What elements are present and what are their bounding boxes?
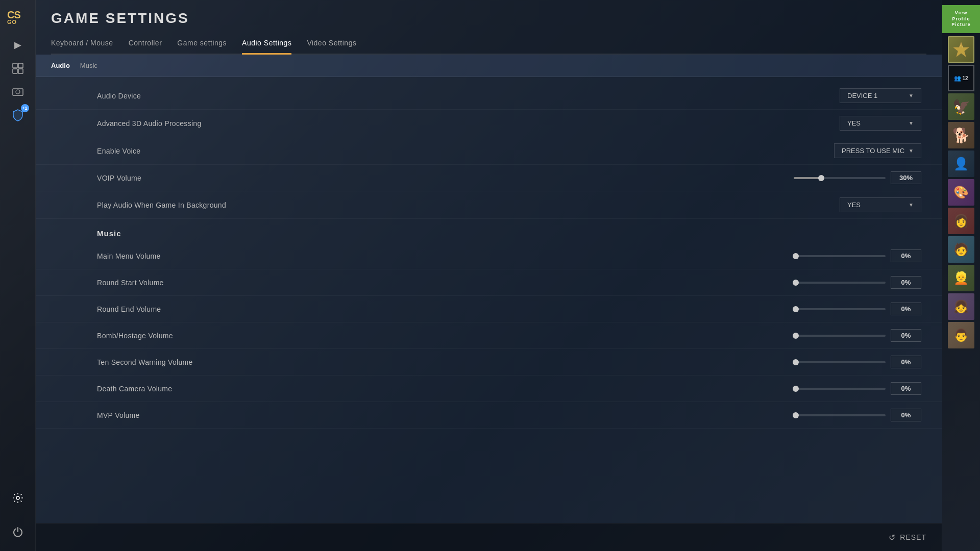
chevron-down-icon-2: ▼ bbox=[909, 120, 914, 126]
svg-rect-5 bbox=[18, 69, 23, 73]
ten-second-volume-value: 0% bbox=[891, 356, 921, 368]
audio-device-dropdown[interactable]: DEVICE 1 ▼ bbox=[840, 88, 921, 103]
chevron-down-icon-3: ▼ bbox=[909, 148, 914, 154]
profile-picture-button[interactable]: ViewProfilePicture bbox=[942, 5, 981, 33]
round-end-slider-container bbox=[794, 308, 886, 310]
tab-game[interactable]: Game settings bbox=[177, 35, 227, 55]
advanced-3d-value: YES bbox=[847, 119, 861, 127]
right-sidebar: ViewProfilePicture 👥 12 🦅 🐕 👤 🎨 👩 🧑 👱 bbox=[942, 0, 980, 551]
friend-avatar-8[interactable]: 👧 bbox=[948, 293, 974, 320]
power-icon[interactable] bbox=[9, 522, 27, 541]
friend-avatar-6[interactable]: 🧑 bbox=[948, 236, 974, 263]
mvp-volume-label: MVP Volume bbox=[97, 411, 758, 419]
friends-count[interactable]: 👥 12 bbox=[948, 65, 974, 91]
death-camera-slider-track[interactable] bbox=[794, 388, 886, 390]
header: GAME SETTINGS Keyboard / Mouse Controlle… bbox=[36, 0, 942, 55]
watch-icon[interactable] bbox=[9, 83, 27, 101]
reset-icon: ↺ bbox=[889, 533, 896, 542]
mvp-volume-row: MVP Volume 0% bbox=[36, 402, 942, 429]
shield-icon[interactable]: +1 bbox=[9, 106, 27, 124]
friend-avatar-7[interactable]: 👱 bbox=[948, 265, 974, 291]
profile-label: ViewProfilePicture bbox=[951, 10, 971, 28]
advanced-3d-label: Advanced 3D Audio Processing bbox=[97, 119, 758, 128]
subtab-music[interactable]: Music bbox=[80, 60, 97, 71]
bomb-hostage-volume-control: 0% bbox=[758, 329, 921, 342]
round-end-volume-value: 0% bbox=[891, 303, 921, 315]
round-start-slider-track[interactable] bbox=[794, 282, 886, 284]
ten-second-slider-track[interactable] bbox=[794, 361, 886, 363]
audio-device-label: Audio Device bbox=[97, 92, 758, 100]
main-content: GAME SETTINGS Keyboard / Mouse Controlle… bbox=[36, 0, 942, 551]
mvp-slider-container bbox=[794, 414, 886, 416]
death-camera-volume-label: Death Camera Volume bbox=[97, 385, 758, 393]
enable-voice-row: Enable Voice PRESS TO USE MIC ▼ bbox=[36, 137, 942, 165]
friend-avatar-9[interactable]: 👨 bbox=[948, 322, 974, 348]
enable-voice-dropdown[interactable]: PRESS TO USE MIC ▼ bbox=[834, 143, 921, 158]
subtab-audio[interactable]: Audio bbox=[51, 60, 70, 71]
death-camera-volume-control: 0% bbox=[758, 382, 921, 395]
tab-video[interactable]: Video Settings bbox=[307, 35, 356, 55]
round-end-volume-label: Round End Volume bbox=[97, 305, 758, 313]
death-camera-volume-value: 0% bbox=[891, 382, 921, 395]
inventory-icon[interactable] bbox=[9, 59, 27, 78]
play-background-row: Play Audio When Game In Background YES ▼ bbox=[36, 191, 942, 219]
round-end-slider-thumb bbox=[793, 306, 799, 312]
round-start-volume-value: 0% bbox=[891, 276, 921, 289]
round-start-slider-container bbox=[794, 282, 886, 284]
tab-keyboard[interactable]: Keyboard / Mouse bbox=[51, 35, 113, 55]
main-menu-slider-track[interactable] bbox=[794, 255, 886, 257]
settings-icon[interactable] bbox=[9, 489, 27, 507]
mvp-slider-track[interactable] bbox=[794, 414, 886, 416]
friend-avatar-3[interactable]: 👤 bbox=[948, 151, 974, 177]
advanced-3d-dropdown[interactable]: YES ▼ bbox=[840, 116, 921, 131]
reset-button[interactable]: ↺ RESET bbox=[889, 533, 926, 542]
medal-avatar[interactable] bbox=[948, 36, 974, 63]
play-background-control: YES ▼ bbox=[758, 197, 921, 212]
page-title: GAME SETTINGS bbox=[51, 10, 926, 27]
audio-device-control: DEVICE 1 ▼ bbox=[758, 88, 921, 103]
voip-slider-container bbox=[794, 177, 886, 179]
voip-slider-track[interactable] bbox=[794, 177, 886, 179]
round-end-slider-track[interactable] bbox=[794, 308, 886, 310]
mvp-volume-control: 0% bbox=[758, 409, 921, 421]
bomb-hostage-slider-container bbox=[794, 335, 886, 337]
sub-tabs: Audio Music bbox=[36, 55, 942, 77]
svg-rect-2 bbox=[13, 63, 17, 68]
advanced-3d-row: Advanced 3D Audio Processing YES ▼ bbox=[36, 110, 942, 137]
main-menu-volume-value: 0% bbox=[891, 249, 921, 262]
play-background-dropdown[interactable]: YES ▼ bbox=[840, 197, 921, 212]
svg-point-8 bbox=[16, 496, 19, 499]
chevron-down-icon: ▼ bbox=[909, 93, 914, 98]
music-section-header: Music bbox=[36, 219, 942, 243]
bomb-hostage-volume-label: Bomb/Hostage Volume bbox=[97, 332, 758, 340]
play-background-value: YES bbox=[847, 201, 861, 209]
ten-second-slider-container bbox=[794, 361, 886, 363]
nav-tabs: Keyboard / Mouse Controller Game setting… bbox=[51, 35, 926, 55]
bomb-hostage-volume-row: Bomb/Hostage Volume 0% bbox=[36, 322, 942, 349]
friend-avatar-5[interactable]: 👩 bbox=[948, 208, 974, 234]
left-sidebar: CS GO ▶ +1 bbox=[0, 0, 36, 551]
enable-voice-control: PRESS TO USE MIC ▼ bbox=[758, 143, 921, 158]
friend-avatar-4[interactable]: 🎨 bbox=[948, 179, 974, 206]
ten-second-volume-label: Ten Second Warning Volume bbox=[97, 358, 758, 366]
play-icon[interactable]: ▶ bbox=[9, 36, 27, 54]
round-end-volume-row: Round End Volume 0% bbox=[36, 296, 942, 322]
bomb-hostage-slider-track[interactable] bbox=[794, 335, 886, 337]
death-camera-slider-container bbox=[794, 388, 886, 390]
enable-voice-value: PRESS TO USE MIC bbox=[842, 147, 904, 155]
bomb-hostage-volume-value: 0% bbox=[891, 329, 921, 342]
advanced-3d-control: YES ▼ bbox=[758, 116, 921, 131]
voip-volume-row: VOIP Volume 30% bbox=[36, 165, 942, 191]
mvp-slider-thumb bbox=[793, 412, 799, 418]
reset-label: RESET bbox=[900, 533, 926, 541]
round-end-volume-control: 0% bbox=[758, 303, 921, 315]
tab-audio[interactable]: Audio Settings bbox=[242, 35, 291, 55]
death-camera-volume-row: Death Camera Volume 0% bbox=[36, 375, 942, 402]
main-menu-volume-label: Main Menu Volume bbox=[97, 252, 758, 260]
friends-count-number: 👥 bbox=[954, 75, 961, 82]
svg-rect-4 bbox=[13, 69, 17, 73]
round-start-volume-row: Round Start Volume 0% bbox=[36, 269, 942, 296]
friend-avatar-2[interactable]: 🐕 bbox=[948, 122, 974, 148]
friend-avatar-1[interactable]: 🦅 bbox=[948, 93, 974, 120]
tab-controller[interactable]: Controller bbox=[129, 35, 162, 55]
